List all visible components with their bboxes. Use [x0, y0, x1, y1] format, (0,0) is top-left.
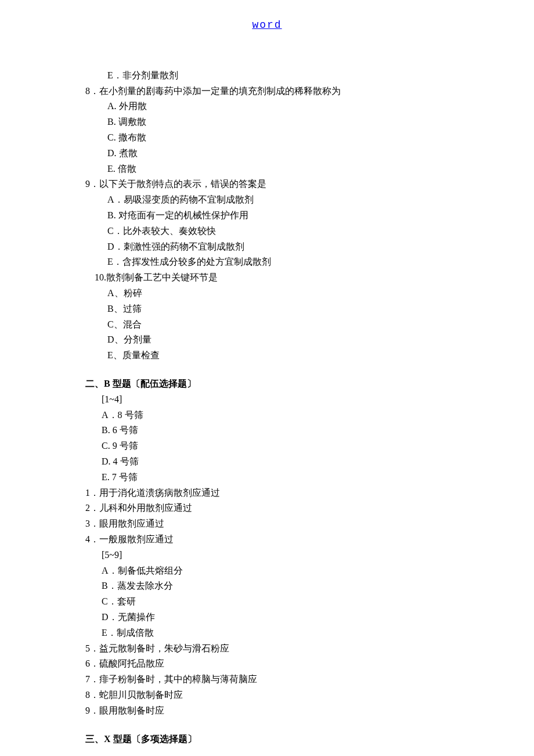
q9-option-c: C．比外表较大、奏效较快 [67, 224, 467, 239]
q7-option-e: E．非分剂量散剂 [67, 69, 467, 83]
b2-option-a: A．制备低共熔组分 [67, 564, 467, 578]
b2-option-b: B．蒸发去除水分 [67, 579, 467, 593]
b-q7: 7．痱子粉制备时，其中的樟脑与薄荷脑应 [67, 672, 467, 687]
b-q6: 6．硫酸阿托品散应 [67, 657, 467, 671]
b1-option-b: B. 6 号筛 [67, 423, 467, 438]
q8-option-c: C. 撒布散 [67, 131, 467, 145]
q9-option-b: B. 对疮面有一定的机械性保护作用 [67, 208, 467, 223]
b-q5: 5．益元散制备时，朱砂与滑石粉应 [67, 642, 467, 656]
b-q4: 4．一般服散剂应通过 [67, 532, 467, 547]
b1-option-e: E. 7 号筛 [67, 470, 467, 485]
b-range-1: [1~4] [67, 393, 467, 407]
section-x-bold: X 型题〔多项选择题〕 [104, 734, 197, 744]
q10-stem: 10.散剂制备工艺中关键环节是 [67, 271, 467, 285]
q9-option-a: A．易吸湿变质的药物不宜制成散剂 [67, 193, 467, 207]
b2-option-c: C．套研 [67, 595, 467, 609]
q10-option-b: B、过筛 [67, 302, 467, 316]
section-x-prefix: 三、 [85, 734, 104, 744]
b-q2: 2．儿科和外用散剂应通过 [67, 501, 467, 516]
q10-option-d: D、分剂量 [67, 333, 467, 347]
q8-stem: 8．在小剂量的剧毒药中添加一定量的填充剂制成的稀释散称为 [67, 84, 467, 99]
b1-option-a: A．8 号筛 [67, 408, 467, 423]
q9-stem: 9．以下关于散剂特点的表示，错误的答案是 [67, 177, 467, 192]
section-x-title: 三、X 型题〔多项选择题〕 [67, 732, 467, 747]
section-b-prefix: 二、 [85, 379, 104, 388]
b-q9: 9．眼用散制备时应 [67, 704, 467, 718]
q10-option-e: E、质量检查 [67, 348, 467, 363]
b1-option-c: C. 9 号筛 [67, 439, 467, 453]
q9-option-e: E．含挥发性成分较多的处方宜制成散剂 [67, 255, 467, 269]
q8-option-a: A. 外用散 [67, 99, 467, 114]
q8-option-e: E. 倍散 [67, 162, 467, 177]
b-q3: 3．眼用散剂应通过 [67, 517, 467, 531]
section-b-bold: B 型题〔配伍选择题〕 [104, 379, 196, 388]
b2-option-e: E．制成倍散 [67, 626, 467, 640]
header-link-container: word [67, 17, 467, 34]
q10-option-a: A、粉碎 [67, 286, 467, 301]
q8-option-b: B. 调敷散 [67, 115, 467, 129]
q10-option-c: C、混合 [67, 318, 467, 332]
q9-option-d: D．刺激性强的药物不宜制成散剂 [67, 240, 467, 254]
b2-option-d: D．无菌操作 [67, 610, 467, 625]
b1-option-d: D. 4 号筛 [67, 455, 467, 469]
b-q8: 8．蛇胆川贝散制备时应 [67, 688, 467, 703]
b-range-2: [5~9] [67, 548, 467, 563]
section-b-title: 二、B 型题〔配伍选择题〕 [67, 377, 467, 391]
b-q1: 1．用于消化道溃疡病散剂应通过 [67, 486, 467, 501]
q8-option-d: D. 煮散 [67, 146, 467, 161]
header-link[interactable]: word [252, 19, 282, 31]
document-page: word E．非分剂量散剂 8．在小剂量的剧毒药中添加一定量的填充剂制成的稀释散… [0, 0, 534, 756]
